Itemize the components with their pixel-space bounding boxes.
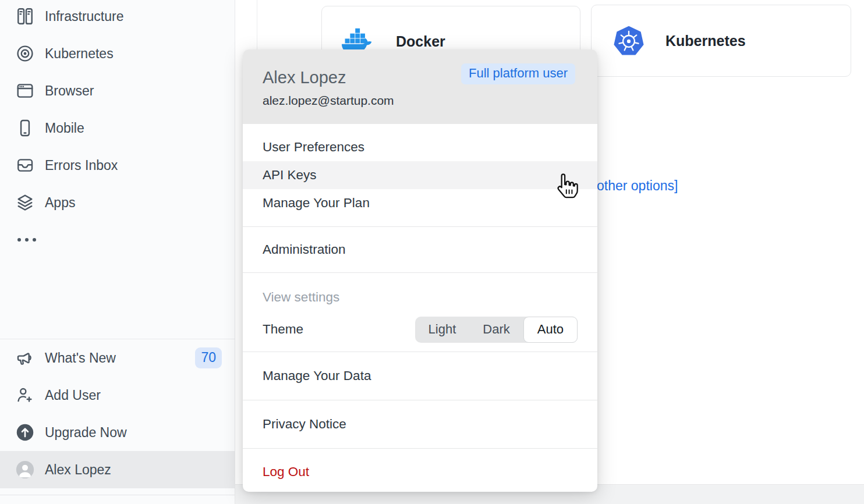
sidebar-item-label: Alex Lopez <box>45 462 111 478</box>
sidebar-nav: Infrastructure Kubernetes Browser Mobile <box>0 0 235 258</box>
theme-row: Theme Light Dark Auto <box>243 315 597 343</box>
sidebar-item-label: Infrastructure <box>45 9 124 24</box>
sidebar-item-label: Mobile <box>45 120 84 136</box>
sidebar-item-label: Browser <box>45 83 94 99</box>
sidebar-item-whats-new[interactable]: What's New 70 <box>0 339 235 377</box>
theme-label: Theme <box>263 322 303 337</box>
kubernetes-card[interactable]: Kubernetes <box>591 5 851 77</box>
add-user-icon <box>15 385 35 405</box>
megaphone-icon <box>15 348 35 368</box>
sidebar-item-kubernetes[interactable]: Kubernetes <box>0 35 235 72</box>
other-options-link[interactable]: other options] <box>597 178 678 194</box>
dropdown-section-account: User Preferences API Keys Manage Your Pl… <box>243 124 597 226</box>
sidebar-item-label: Errors Inbox <box>45 158 118 173</box>
errors-inbox-icon <box>15 155 35 175</box>
sidebar-item-current-user[interactable]: Alex Lopez <box>0 451 235 488</box>
view-settings-label: View settings <box>243 289 597 305</box>
user-name: Alex Lopez <box>263 68 346 87</box>
kubernetes-card-title: Kubernetes <box>665 33 746 49</box>
dropdown-section-admin: Administration <box>243 226 597 272</box>
sidebar-item-infrastructure[interactable]: Infrastructure <box>0 0 235 35</box>
sidebar-item-add-user[interactable]: Add User <box>0 377 235 414</box>
whats-new-count-badge: 70 <box>195 347 222 368</box>
apps-icon <box>15 193 35 212</box>
theme-segmented-control: Light Dark Auto <box>415 317 578 343</box>
sidebar-item-label: Kubernetes <box>45 46 114 62</box>
sidebar: Infrastructure Kubernetes Browser Mobile <box>0 0 235 504</box>
sidebar-more-ellipsis-icon[interactable] <box>0 221 235 258</box>
avatar <box>15 460 35 480</box>
dropdown-section-view-settings: View settings Theme Light Dark Auto <box>243 272 597 352</box>
menu-item-administration[interactable]: Administration <box>243 236 597 264</box>
user-dropdown-menu: Alex Lopez alez.lopez@startup.com Full p… <box>243 49 597 492</box>
sidebar-item-browser[interactable]: Browser <box>0 72 235 109</box>
sidebar-item-label: What's New <box>45 350 116 366</box>
dropdown-section-data: Manage Your Data <box>243 352 597 400</box>
sidebar-item-apps[interactable]: Apps <box>0 184 235 221</box>
docker-card-title: Docker <box>396 33 445 50</box>
sidebar-item-label: Upgrade Now <box>45 425 127 441</box>
dropdown-user-header: Alex Lopez alez.lopez@startup.com Full p… <box>243 49 597 124</box>
menu-item-log-out[interactable]: Log Out <box>243 458 597 486</box>
dropdown-section-privacy: Privacy Notice <box>243 400 597 448</box>
sidebar-bottom-strip <box>0 495 235 504</box>
user-role-badge: Full platform user <box>461 63 575 84</box>
sidebar-item-errors-inbox[interactable]: Errors Inbox <box>0 147 235 184</box>
sidebar-item-mobile[interactable]: Mobile <box>0 109 235 147</box>
sidebar-item-label: Add User <box>45 388 101 403</box>
upgrade-circle-icon <box>15 423 35 442</box>
sidebar-footer: What's New 70 Add User Upgrade Now <box>0 339 235 488</box>
sidebar-item-label: Apps <box>45 195 75 211</box>
kubernetes-icon <box>15 44 35 63</box>
infrastructure-icon <box>15 6 35 26</box>
sidebar-item-upgrade-now[interactable]: Upgrade Now <box>0 414 235 451</box>
menu-item-privacy-notice[interactable]: Privacy Notice <box>243 410 597 438</box>
kubernetes-logo <box>611 24 647 58</box>
theme-option-light[interactable]: Light <box>415 317 470 343</box>
theme-option-dark[interactable]: Dark <box>469 317 523 343</box>
menu-item-manage-your-data[interactable]: Manage Your Data <box>243 362 597 390</box>
theme-option-auto[interactable]: Auto <box>523 317 578 343</box>
menu-item-user-preferences[interactable]: User Preferences <box>243 133 597 161</box>
browser-icon <box>15 81 35 101</box>
menu-item-api-keys[interactable]: API Keys <box>243 161 597 189</box>
user-email: alez.lopez@startup.com <box>263 94 394 108</box>
mobile-icon <box>15 118 35 138</box>
menu-item-manage-your-plan[interactable]: Manage Your Plan <box>243 189 597 217</box>
dropdown-section-logout: Log Out <box>243 448 597 495</box>
app-window: Docker <box>0 0 864 504</box>
